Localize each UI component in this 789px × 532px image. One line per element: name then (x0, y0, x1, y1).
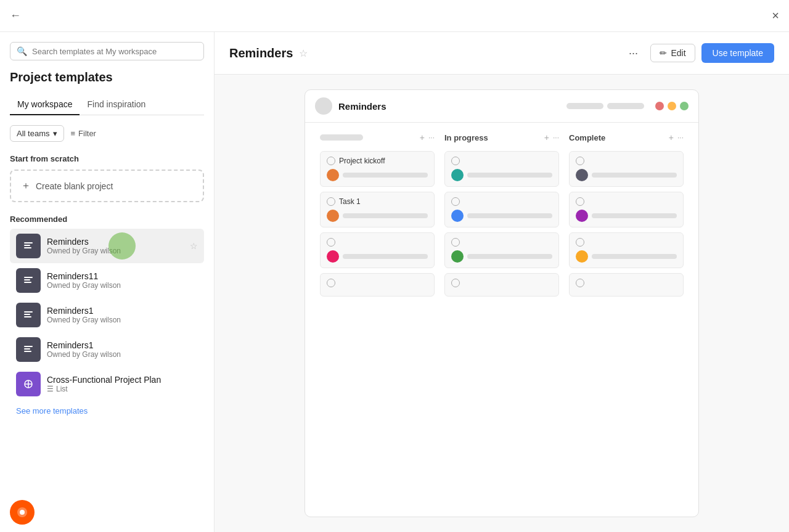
card-2-3-avatar (451, 250, 464, 263)
tab-find-inspiration[interactable]: Find inspiration (80, 94, 153, 115)
card-1-1-bar (343, 173, 428, 178)
search-box[interactable]: 🔍 (10, 42, 204, 60)
board-pill-1 (566, 103, 603, 109)
col-2-actions: + ··· (544, 133, 559, 142)
board-card-1-1: Project kickoff (320, 151, 435, 187)
create-blank-label: Create blank project (36, 181, 113, 191)
col-3-add-button[interactable]: + (669, 133, 674, 142)
template-icon-reminders1b (16, 337, 41, 362)
main-content: 🔍 Project templates My workspace Find in… (0, 32, 789, 532)
template-icon-reminders (16, 234, 41, 258)
col-1-actions: + ··· (420, 133, 435, 142)
card-1-3-avatar-row (327, 250, 428, 263)
board-card-2-3 (444, 232, 559, 268)
tab-my-workspace[interactable]: My workspace (10, 94, 80, 115)
card-1-1-title-row: Project kickoff (327, 157, 428, 165)
create-blank-button[interactable]: ＋ Create blank project (10, 170, 204, 202)
teams-label: All teams (17, 129, 49, 138)
template-icon-reminders11 (16, 268, 41, 293)
col-1-more-button[interactable]: ··· (428, 133, 435, 142)
board-card-3-1 (569, 151, 684, 187)
template-item-reminders1b[interactable]: Reminders1 Owned by Gray wilson (10, 332, 204, 367)
board-dots (655, 102, 689, 110)
card-1-2-title: Task 1 (339, 197, 361, 206)
board-dot-yellow (668, 102, 676, 110)
template-header-name: Reminders (229, 46, 293, 60)
template-name-reminders11: Reminders11 (47, 271, 198, 281)
card-1-3-avatar (327, 250, 339, 263)
card-3-1-check (576, 157, 584, 165)
sidebar-inner: 🔍 Project templates My workspace Find in… (0, 32, 214, 532)
star-icon-reminders[interactable]: ☆ (190, 241, 198, 251)
card-1-2-title-row: Task 1 (327, 197, 428, 206)
board-col-2-header: In progress + ··· (444, 130, 559, 145)
col-2-add-button[interactable]: + (544, 133, 549, 142)
edit-button[interactable]: ✏ Edit (650, 44, 695, 62)
card-1-2-avatar-row (327, 210, 428, 222)
tabs-container: My workspace Find inspiration (10, 94, 204, 115)
notification-button[interactable] (10, 500, 35, 525)
search-input[interactable] (32, 47, 197, 56)
board-col-1-header: + ··· (320, 130, 435, 145)
template-meta-cross-functional: ☰ List (47, 385, 198, 393)
template-name-reminders1b: Reminders1 (47, 340, 198, 350)
board-col-2: In progress + ··· (439, 130, 564, 301)
template-name-cross-functional: Cross-Functional Project Plan (47, 375, 198, 385)
card-3-3-bar (592, 254, 677, 259)
card-1-2-avatar (327, 210, 339, 222)
close-button[interactable]: × (772, 9, 779, 23)
col-2-more-button[interactable]: ··· (553, 133, 559, 142)
board-card-1-3 (320, 232, 435, 268)
search-icon: 🔍 (17, 46, 27, 56)
board-dot-green (680, 102, 689, 110)
card-2-1-avatar (451, 169, 464, 181)
more-options-button[interactable]: ··· (622, 42, 644, 64)
card-1-4-check (327, 279, 335, 287)
template-item-reminders[interactable]: Reminders Owned by Gray wilson ☆ (10, 229, 204, 263)
right-panel: Reminders ☆ ··· ✏ Edit Use template Remi… (215, 32, 789, 532)
card-1-1-avatar (327, 169, 339, 181)
template-info-reminders1b: Reminders1 Owned by Gray wilson (47, 340, 198, 359)
start-from-scratch-title: Start from scratch (10, 154, 204, 163)
col-1-add-button[interactable]: + (420, 133, 425, 142)
col-3-more-button[interactable]: ··· (677, 133, 684, 142)
card-3-3-avatar (576, 250, 588, 263)
col-3-title: Complete (569, 133, 605, 142)
right-header: Reminders ☆ ··· ✏ Edit Use template (215, 32, 789, 75)
template-info-reminders: Reminders Owned by Gray wilson (47, 237, 184, 255)
board-card-3-4 (569, 273, 684, 297)
board-pill-2 (607, 103, 644, 109)
template-star-button[interactable]: ☆ (299, 47, 308, 59)
filter-button[interactable]: ≡ Filter (70, 129, 96, 138)
svg-point-16 (20, 510, 25, 515)
template-item-reminders1a[interactable]: Reminders1 Owned by Gray wilson (10, 298, 204, 332)
template-info-reminders1a: Reminders1 Owned by Gray wilson (47, 306, 198, 324)
card-3-2-bar (592, 213, 677, 218)
edit-label: Edit (671, 48, 685, 58)
card-1-3-bar (343, 254, 428, 259)
card-1-1-avatar-row (327, 169, 428, 181)
card-3-2-avatar (576, 210, 588, 222)
header-actions: ··· ✏ Edit Use template (622, 42, 774, 64)
svg-rect-4 (24, 279, 30, 280)
see-more-link[interactable]: See more templates (10, 401, 204, 420)
board-col-3-header: Complete + ··· (569, 130, 684, 145)
col-1-title-bar (320, 134, 363, 141)
template-item-reminders11[interactable]: Reminders11 Owned by Gray wilson (10, 263, 204, 298)
card-3-3-check (576, 238, 584, 247)
template-owner-reminders11: Owned by Gray wilson (47, 281, 198, 290)
card-1-3-check-row (327, 238, 428, 247)
filter-row: All teams ▾ ≡ Filter (10, 125, 204, 142)
card-1-2-bar (343, 213, 428, 218)
back-button[interactable]: ← (10, 9, 21, 22)
card-2-1-bar (467, 173, 552, 178)
card-2-4-check (451, 279, 460, 287)
board-card-1-4 (320, 273, 435, 297)
svg-rect-5 (24, 282, 31, 283)
page-title: Project templates (10, 70, 204, 84)
template-item-cross-functional[interactable]: Cross-Functional Project Plan ☰ List (10, 367, 204, 401)
teams-dropdown[interactable]: All teams ▾ (10, 125, 64, 142)
use-template-button[interactable]: Use template (701, 43, 774, 63)
card-1-2-check (327, 197, 335, 206)
template-info-reminders11: Reminders11 Owned by Gray wilson (47, 271, 198, 290)
